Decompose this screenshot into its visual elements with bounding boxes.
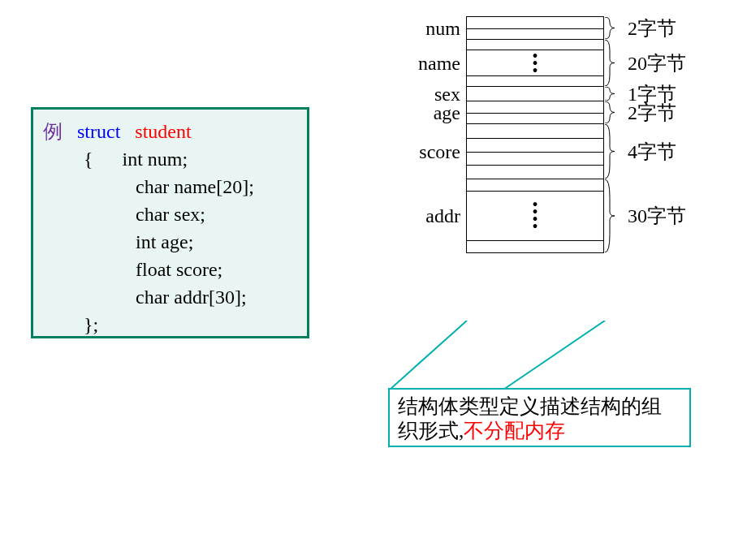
struct-keyword: struct	[77, 121, 120, 142]
code-line-age: int age;	[43, 228, 297, 256]
field-label-name: name	[418, 52, 467, 74]
dots-icon: •••	[532, 52, 538, 74]
memory-cell-age: age 2字节	[466, 101, 604, 123]
memory-layout-diagram: num 2字节 name 20字节 ••• sex 1字节 age 2字节 sc…	[466, 16, 604, 253]
size-label-score: 4字节	[603, 139, 676, 165]
svg-line-0	[390, 321, 467, 390]
code-line-open-brace: { int num;	[43, 145, 297, 173]
field-label-num: num	[425, 17, 467, 39]
code-line-name: char name[20];	[43, 173, 297, 200]
callout-note: 结构体类型定义描述结构的组织形式,不分配内存	[388, 388, 691, 447]
code-line-1: 例 struct student	[43, 118, 297, 145]
size-label-num: 2字节	[603, 15, 676, 41]
memory-cell-addr: addr 30字节 ••••	[466, 179, 604, 253]
code-line-score: float score;	[43, 256, 297, 283]
size-label-addr: 30字节	[603, 203, 686, 229]
memory-cell-name: name 20字节 •••	[466, 39, 604, 86]
svg-line-1	[503, 321, 605, 390]
size-label-name: 20字节	[603, 50, 686, 76]
callout-highlight: 不分配内存	[464, 420, 565, 442]
field-label-score: score	[419, 140, 467, 162]
memory-cell-score: score 4字节	[466, 123, 604, 179]
memory-cell-num: num 2字节	[466, 16, 604, 39]
code-example-box: 例 struct student { int num; char name[20…	[31, 107, 309, 338]
code-line-addr: char addr[30];	[43, 283, 297, 311]
memory-cell-sex: sex 1字节	[466, 86, 604, 101]
field-label-addr: addr	[425, 205, 467, 227]
example-label: 例	[43, 121, 63, 142]
field-label-age: age	[434, 101, 467, 123]
code-line-sex: char sex;	[43, 200, 297, 228]
struct-name: student	[135, 121, 191, 142]
code-line-close-brace: };	[43, 311, 297, 338]
callout-connector	[390, 321, 609, 394]
dots-icon: ••••	[532, 201, 538, 230]
size-label-age: 2字节	[603, 100, 676, 126]
